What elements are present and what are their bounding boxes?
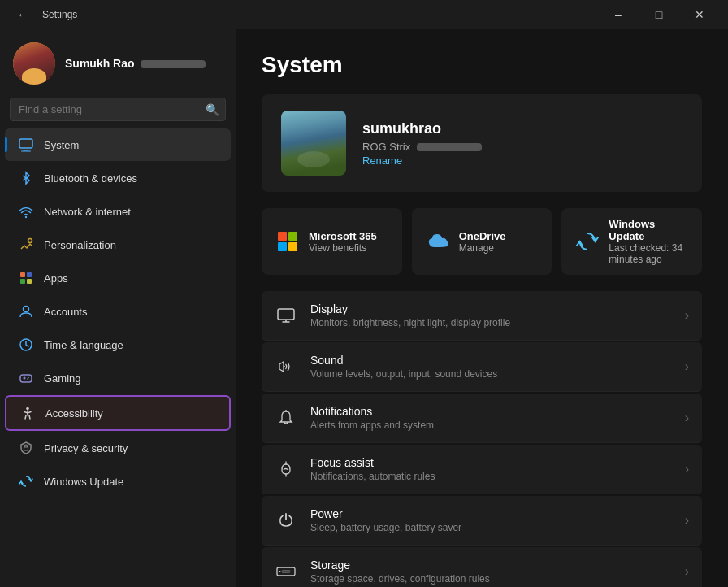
- nav-list: System Bluetooth & devices: [0, 128, 236, 580]
- notifications-chevron: ›: [685, 411, 689, 425]
- sidebar-item-time[interactable]: Time & language: [5, 328, 231, 361]
- notifications-subtitle: Alerts from apps and system: [310, 420, 672, 431]
- user-name-blur: [141, 60, 206, 68]
- svg-point-4: [28, 239, 32, 243]
- settings-item-display[interactable]: Display Monitors, brightness, night ligh…: [262, 291, 702, 341]
- svg-rect-1: [23, 150, 29, 151]
- user-name-container: Sumukh Rao: [65, 57, 206, 70]
- sidebar-item-privacy[interactable]: Privacy & security: [5, 432, 231, 464]
- svg-point-9: [24, 307, 29, 312]
- notifications-text: Notifications Alerts from apps and syste…: [310, 405, 672, 431]
- quick-link-onedrive[interactable]: OneDrive Manage: [412, 208, 552, 275]
- svg-rect-5: [20, 272, 25, 277]
- winupdate-text: Windows Update Last checked: 34 minutes …: [609, 218, 689, 265]
- profile-username: sumukhrao: [362, 120, 682, 137]
- windows-update-quick-icon: [574, 228, 600, 254]
- onedrive-subtitle: Manage: [459, 242, 506, 254]
- onedrive-title: OneDrive: [459, 230, 506, 242]
- system-accent: [5, 137, 7, 152]
- search-input[interactable]: [10, 98, 226, 121]
- display-text: Display Monitors, brightness, night ligh…: [310, 302, 672, 328]
- ms365-subtitle: View benefits: [309, 242, 377, 254]
- focus-assist-chevron: ›: [685, 462, 689, 476]
- power-title: Power: [310, 507, 672, 520]
- power-icon: [275, 509, 297, 532]
- display-title: Display: [310, 302, 672, 315]
- sidebar-item-personalization[interactable]: Personalization: [5, 228, 231, 261]
- sidebar-item-label-system: System: [44, 139, 79, 151]
- minimize-button[interactable]: –: [600, 3, 637, 26]
- focus-assist-icon: [275, 458, 297, 480]
- sidebar-item-label-windows-update: Windows Update: [44, 476, 124, 488]
- quick-link-ms365[interactable]: Microsoft 365 View benefits: [262, 208, 402, 275]
- accounts-icon: [18, 303, 34, 320]
- sound-text: Sound Volume levels, output, input, soun…: [310, 354, 672, 380]
- sidebar-item-apps[interactable]: Apps: [5, 262, 231, 294]
- power-subtitle: Sleep, battery usage, battery saver: [310, 522, 672, 533]
- display-subtitle: Monitors, brightness, night light, displ…: [310, 317, 672, 328]
- sidebar-item-label-network: Network & internet: [44, 206, 131, 218]
- sidebar-item-bluetooth[interactable]: Bluetooth & devices: [5, 162, 231, 194]
- titlebar-left: ← Settings: [10, 3, 77, 26]
- sound-subtitle: Volume levels, output, input, sound devi…: [310, 368, 672, 380]
- sidebar-item-accessibility[interactable]: Accessibility: [5, 395, 231, 431]
- profile-device-blur: [417, 143, 482, 151]
- privacy-icon: [18, 440, 34, 456]
- storage-icon: [275, 560, 297, 583]
- bluetooth-icon: [18, 170, 34, 186]
- profile-device: ROG Strix: [362, 141, 682, 153]
- avatar: [13, 42, 55, 85]
- sidebar-item-accounts[interactable]: Accounts: [5, 295, 231, 328]
- focus-assist-subtitle: Notifications, automatic rules: [310, 471, 672, 482]
- settings-item-power[interactable]: Power Sleep, battery usage, battery save…: [262, 496, 702, 546]
- system-icon: [18, 137, 34, 153]
- close-button[interactable]: ✕: [681, 3, 718, 26]
- gaming-icon: [18, 370, 34, 386]
- settings-item-storage[interactable]: Storage Storage space, drives, configura…: [262, 547, 702, 587]
- sound-title: Sound: [310, 354, 672, 367]
- quick-link-winupdate[interactable]: Windows Update Last checked: 34 minutes …: [561, 208, 702, 275]
- svg-point-12: [28, 377, 29, 379]
- maximize-button[interactable]: □: [640, 3, 678, 26]
- sidebar-item-gaming[interactable]: Gaming: [5, 362, 231, 394]
- titlebar: ← Settings – □ ✕: [0, 0, 728, 29]
- settings-item-focus-assist[interactable]: Focus assist Notifications, automatic ru…: [262, 445, 702, 494]
- search-box: 🔍: [10, 98, 226, 121]
- storage-title: Storage: [310, 559, 672, 572]
- notifications-icon: [275, 407, 297, 429]
- storage-subtitle: Storage space, drives, configuration rul…: [310, 573, 672, 585]
- sidebar-item-label-bluetooth: Bluetooth & devices: [44, 172, 137, 185]
- svg-rect-18: [278, 242, 287, 251]
- sidebar-item-network[interactable]: Network & internet: [5, 195, 231, 228]
- ms365-title: Microsoft 365: [309, 230, 377, 242]
- svg-point-22: [280, 571, 281, 572]
- winupdate-title: Windows Update: [609, 218, 689, 242]
- settings-item-notifications[interactable]: Notifications Alerts from apps and syste…: [262, 394, 702, 443]
- notifications-title: Notifications: [310, 405, 672, 418]
- focus-assist-title: Focus assist: [310, 456, 672, 469]
- sidebar-item-label-gaming: Gaming: [44, 372, 81, 385]
- ms365-text: Microsoft 365 View benefits: [309, 230, 377, 254]
- svg-rect-0: [20, 139, 32, 148]
- apps-icon: [18, 270, 34, 286]
- back-button[interactable]: ←: [10, 3, 36, 26]
- storage-chevron: ›: [685, 564, 689, 579]
- sidebar-item-windows-update[interactable]: Windows Update: [5, 465, 231, 498]
- profile-avatar-image: [281, 111, 346, 176]
- svg-rect-19: [288, 242, 297, 251]
- svg-rect-8: [27, 279, 32, 284]
- svg-rect-20: [278, 309, 294, 320]
- settings-item-sound[interactable]: Sound Volume levels, output, input, soun…: [262, 342, 702, 392]
- sidebar-item-label-personalization: Personalization: [44, 239, 116, 251]
- svg-rect-15: [24, 447, 28, 450]
- winupdate-subtitle: Last checked: 34 minutes ago: [609, 242, 689, 265]
- svg-rect-23: [282, 571, 290, 573]
- sidebar-item-system[interactable]: System: [5, 128, 231, 161]
- profile-avatar: [281, 111, 346, 176]
- svg-rect-7: [20, 279, 25, 284]
- sidebar-item-label-time: Time & language: [44, 339, 124, 351]
- rename-button[interactable]: Rename: [362, 154, 682, 167]
- user-profile[interactable]: Sumukh Rao: [0, 29, 236, 94]
- power-text: Power Sleep, battery usage, battery save…: [310, 507, 672, 533]
- display-icon: [275, 304, 297, 327]
